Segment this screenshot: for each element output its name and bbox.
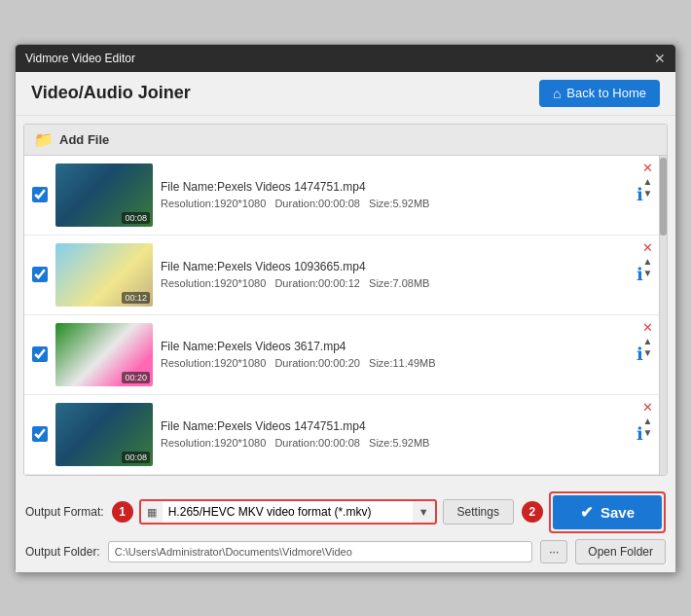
file-name-3: File Name:Pexels Videos 3617.mp4	[161, 340, 629, 353]
scrollbar-thumb[interactable]	[660, 158, 667, 236]
move-up-button-4[interactable]: ▲	[643, 416, 653, 427]
badge-format-row: 1 ▦ H.265/HEVC MKV video format (*.mkv) …	[112, 499, 514, 525]
file-checkbox-4[interactable]	[32, 426, 48, 442]
format-select-wrapper: ▦ H.265/HEVC MKV video format (*.mkv) ▼	[139, 499, 437, 525]
main-window: Vidmore Video Editor ✕ Video/Audio Joine…	[15, 44, 676, 573]
move-down-button-3[interactable]: ▼	[643, 347, 653, 359]
bottom-section: Output Format: 1 ▦ H.265/HEVC MKV video …	[16, 484, 675, 572]
header-bar: Video/Audio Joiner ⌂ Back to Home	[16, 72, 675, 116]
close-button[interactable]: ✕	[654, 51, 666, 66]
move-arrows-1: ▲ ▼	[643, 176, 653, 199]
badge-1: 1	[112, 501, 133, 523]
file-checkbox-1[interactable]	[32, 187, 48, 202]
format-select[interactable]: H.265/HEVC MKV video format (*.mkv)	[163, 501, 413, 523]
item-controls-2: ✕ ▲ ▼	[642, 241, 653, 279]
remove-button-2[interactable]: ✕	[642, 241, 653, 254]
file-checkbox-3[interactable]	[32, 346, 48, 362]
table-row: 00:08 File Name:Pexels Videos 1474751.mp…	[24, 395, 659, 475]
remove-button-4[interactable]: ✕	[642, 401, 653, 414]
file-info-4: File Name:Pexels Videos 1474751.mp4 Reso…	[161, 419, 629, 449]
file-name-4: File Name:Pexels Videos 1474751.mp4	[161, 419, 629, 433]
remove-button-3[interactable]: ✕	[642, 321, 653, 334]
file-checkbox-2[interactable]	[32, 267, 48, 282]
file-name-2: File Name:Pexels Videos 1093665.mp4	[161, 260, 629, 273]
add-file-label: Add File	[59, 132, 109, 147]
move-up-button-2[interactable]: ▲	[643, 256, 653, 268]
table-row: 00:12 File Name:Pexels Videos 1093665.mp…	[24, 236, 659, 315]
file-details-4: Resolution:1920*1080 Duration:00:00:08 S…	[161, 437, 629, 449]
move-down-button-4[interactable]: ▼	[643, 427, 653, 439]
file-details-2: Resolution:1920*1080 Duration:00:00:12 S…	[161, 277, 629, 289]
file-details-1: Resolution:1920*1080 Duration:00:00:08 S…	[161, 198, 629, 209]
home-icon: ⌂	[553, 86, 561, 101]
save-button-wrapper: ✔ Save	[549, 491, 666, 533]
move-down-button-1[interactable]: ▼	[643, 188, 653, 199]
format-icon: ▦	[141, 503, 163, 522]
table-row: 00:08 File Name:Pexels Videos 1474751.mp…	[24, 156, 659, 236]
add-file-bar[interactable]: 📁 Add File	[24, 125, 667, 156]
move-arrows-2: ▲ ▼	[643, 256, 653, 279]
item-controls-3: ✕ ▲ ▼	[642, 321, 653, 359]
scrollbar[interactable]	[659, 156, 667, 475]
app-title: Vidmore Video Editor	[25, 52, 135, 65]
save-area: 2 ✔ Save	[522, 491, 666, 533]
badge-2: 2	[522, 501, 543, 523]
file-name-1: File Name:Pexels Videos 1474751.mp4	[161, 180, 629, 194]
move-down-button-2[interactable]: ▼	[643, 268, 653, 279]
open-folder-button[interactable]: Open Folder	[575, 539, 666, 564]
title-bar: Vidmore Video Editor ✕	[16, 45, 675, 72]
chevron-down-icon: ▼	[413, 506, 435, 518]
remove-button-1[interactable]: ✕	[642, 162, 653, 174]
move-up-button-3[interactable]: ▲	[643, 336, 653, 347]
file-info-2: File Name:Pexels Videos 1093665.mp4 Reso…	[161, 260, 629, 289]
move-arrows-3: ▲ ▼	[643, 336, 653, 359]
output-folder-row: Output Folder: ··· Open Folder	[25, 539, 666, 564]
file-list-container: 00:08 File Name:Pexels Videos 1474751.mp…	[24, 156, 667, 475]
file-info-1: File Name:Pexels Videos 1474751.mp4 Reso…	[161, 180, 629, 209]
checkmark-icon: ✔	[580, 503, 593, 522]
settings-button[interactable]: Settings	[443, 499, 514, 525]
move-arrows-4: ▲ ▼	[643, 416, 653, 439]
output-folder-label: Output Folder:	[25, 545, 100, 559]
item-controls-4: ✕ ▲ ▼	[642, 401, 653, 439]
output-format-label: Output Format:	[25, 505, 104, 519]
thumbnail-3: 00:20	[55, 323, 153, 386]
content-area: 📁 Add File 00:08 File Name:Pexels Videos…	[23, 124, 668, 476]
thumbnail-1: 00:08	[55, 163, 153, 227]
item-controls-1: ✕ ▲ ▼	[642, 162, 653, 199]
thumbnail-2: 00:12	[55, 243, 153, 307]
browse-button[interactable]: ···	[540, 540, 567, 563]
thumbnail-4: 00:08	[55, 403, 153, 466]
save-button[interactable]: ✔ Save	[553, 495, 662, 529]
file-info-3: File Name:Pexels Videos 3617.mp4 Resolut…	[161, 340, 629, 369]
table-row: 00:20 File Name:Pexels Videos 3617.mp4 R…	[24, 315, 659, 395]
back-to-home-button[interactable]: ⌂ Back to Home	[539, 80, 660, 107]
file-list: 00:08 File Name:Pexels Videos 1474751.mp…	[24, 156, 659, 475]
output-format-row: Output Format: 1 ▦ H.265/HEVC MKV video …	[25, 491, 666, 533]
add-file-icon: 📁	[34, 130, 54, 149]
move-up-button-1[interactable]: ▲	[643, 176, 653, 188]
page-title: Video/Audio Joiner	[31, 83, 191, 103]
folder-path-input[interactable]	[108, 541, 533, 562]
file-details-3: Resolution:1920*1080 Duration:00:00:20 S…	[161, 357, 629, 369]
